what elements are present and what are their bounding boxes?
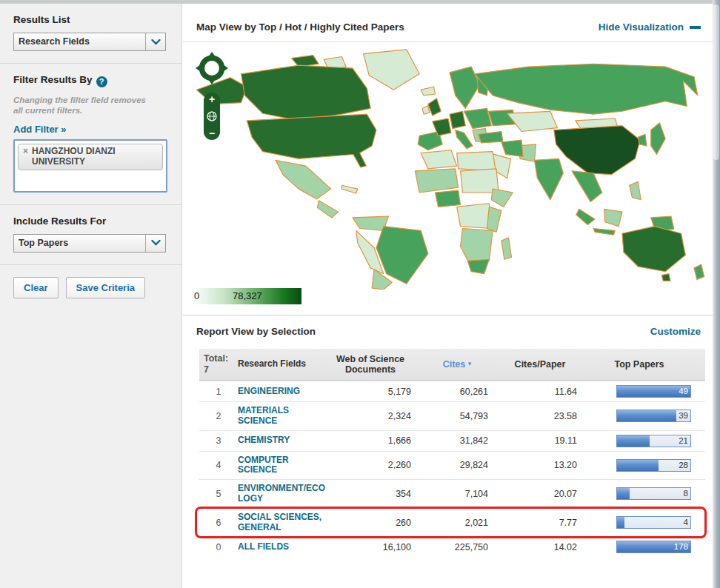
top-papers-bar: 21 bbox=[616, 435, 691, 447]
top-papers-bar-fill bbox=[617, 435, 650, 447]
include-results-select[interactable]: Top Papers bbox=[13, 234, 166, 253]
zoom-out-button[interactable]: − bbox=[209, 129, 215, 138]
legend-min-value: 0 bbox=[194, 290, 199, 301]
top-papers-value: 8 bbox=[684, 489, 688, 498]
research-field-link[interactable]: CHEMISTRY bbox=[238, 435, 290, 445]
cites-per-paper-value: 23.58 bbox=[499, 411, 587, 421]
research-field-link[interactable]: ENGINEERING bbox=[238, 386, 300, 396]
filter-note: Changing the filter field removes all cu… bbox=[13, 95, 154, 116]
row-rank: 4 bbox=[199, 460, 238, 470]
report-view-section: Report View by Selection Customize Total… bbox=[183, 315, 713, 557]
table-row: 0ALL FIELDS16,100225,75014.02178 bbox=[199, 536, 705, 557]
cites-per-paper-value: 14.02 bbox=[499, 542, 587, 552]
top-papers-bar-fill bbox=[617, 488, 630, 499]
scrollbar-thumb[interactable] bbox=[713, 4, 719, 160]
research-field-cell: MATERIALS SCIENCE bbox=[238, 406, 325, 427]
vertical-scrollbar[interactable] bbox=[713, 0, 720, 588]
map-visualization: + − 0 78,327 bbox=[183, 42, 713, 315]
cites-value: 31,842 bbox=[421, 435, 499, 446]
cites-sort-header[interactable]: Cites ▾ bbox=[421, 359, 499, 370]
hide-visualization-link[interactable]: Hide Visualization bbox=[599, 21, 701, 33]
top-papers-value: 39 bbox=[679, 411, 688, 420]
research-field-link[interactable]: MATERIALS SCIENCE bbox=[238, 405, 289, 426]
customize-link[interactable]: Customize bbox=[650, 326, 701, 337]
top-papers-bar: 28 bbox=[616, 459, 691, 472]
research-field-link[interactable]: COMPUTER SCIENCE bbox=[238, 455, 289, 475]
filter-results-label: Filter Results By bbox=[13, 74, 93, 85]
map-pan-control[interactable] bbox=[195, 51, 229, 85]
table-row: 6SOCIAL SCIENCES, GENERAL2602,0217.774 bbox=[199, 508, 705, 537]
top-papers-cell: 21 bbox=[587, 435, 696, 447]
top-papers-bar: 49 bbox=[616, 385, 691, 398]
main-panel: Map View by Top / Hot / Highly Cited Pap… bbox=[183, 4, 713, 588]
world-map[interactable] bbox=[190, 45, 709, 290]
research-field-link[interactable]: SOCIAL SCIENCES, GENERAL bbox=[238, 512, 321, 532]
active-filters-box[interactable]: × HANGZHOU DIANZI UNIVERSITY bbox=[13, 139, 167, 193]
add-filter-link[interactable]: Add Filter » bbox=[13, 124, 67, 135]
top-papers-bar-fill bbox=[617, 410, 676, 421]
top-papers-bar-fill bbox=[617, 460, 659, 471]
include-results-selected-value: Top Papers bbox=[14, 235, 145, 252]
legend-max-value: 78,327 bbox=[233, 290, 262, 301]
map-color-legend: 0 78,327 bbox=[192, 288, 301, 304]
help-icon[interactable]: ? bbox=[96, 76, 107, 87]
include-results-heading: Include Results For bbox=[13, 216, 168, 227]
research-field-cell: COMPUTER SCIENCE bbox=[238, 455, 325, 476]
table-row: 1ENGINEERING5,17960,26111.6449 bbox=[199, 381, 705, 401]
top-papers-value: 178 bbox=[674, 542, 688, 551]
report-view-title: Report View by Selection bbox=[196, 326, 316, 337]
top-papers-value: 28 bbox=[679, 461, 688, 470]
top-papers-value: 49 bbox=[679, 387, 688, 395]
cites-per-paper-value: 19.11 bbox=[499, 435, 587, 446]
row-rank: 1 bbox=[199, 387, 238, 397]
research-field-link[interactable]: ALL FIELDS bbox=[238, 541, 289, 552]
save-criteria-button[interactable]: Save Criteria bbox=[66, 277, 146, 298]
research-field-cell: CHEMISTRY bbox=[238, 435, 325, 446]
table-header-row: Total: 7 Research Fields Web of Science … bbox=[199, 349, 705, 381]
row-rank: 0 bbox=[199, 542, 238, 552]
cites-per-paper-value: 7.77 bbox=[499, 518, 587, 528]
research-field-cell: ENVIRONMENT/ECOLOGY bbox=[238, 484, 325, 504]
cites-per-paper-value: 11.64 bbox=[499, 387, 587, 397]
research-field-cell: ALL FIELDS bbox=[238, 542, 325, 552]
clear-button[interactable]: Clear bbox=[13, 277, 59, 298]
filter-results-heading: Filter Results By? bbox=[13, 74, 168, 87]
map-zoom-control[interactable]: + − bbox=[204, 93, 220, 140]
cites-per-paper-value: 13.20 bbox=[499, 460, 587, 470]
map-controls: + − bbox=[195, 51, 229, 140]
table-body: 1ENGINEERING5,17960,26111.64492MATERIALS… bbox=[199, 381, 705, 557]
total-count: 7 bbox=[204, 364, 209, 375]
top-papers-cell: 39 bbox=[587, 410, 696, 422]
top-papers-cell: 8 bbox=[587, 487, 696, 500]
report-view-header: Report View by Selection Customize bbox=[183, 315, 713, 346]
top-papers-bar: 4 bbox=[616, 516, 691, 529]
hide-visualization-label: Hide Visualization bbox=[599, 21, 684, 33]
cites-value: 7,104 bbox=[421, 489, 499, 499]
results-list-section: Results List Research Fields bbox=[0, 4, 181, 64]
remove-filter-icon[interactable]: × bbox=[23, 147, 28, 167]
row-rank: 3 bbox=[199, 435, 238, 446]
table-row: 3CHEMISTRY1,66631,84219.1121 bbox=[199, 430, 705, 451]
results-list-select[interactable]: Research Fields bbox=[13, 33, 166, 51]
filter-results-section: Filter Results By? Changing the filter f… bbox=[0, 64, 181, 205]
results-list-selected-value: Research Fields bbox=[14, 33, 145, 50]
cites-value: 225,750 bbox=[421, 542, 499, 552]
sort-arrow-icon: ▾ bbox=[468, 360, 472, 367]
wos-documents-value: 2,324 bbox=[325, 411, 421, 421]
map-view-title: Map View by Top / Hot / Highly Cited Pap… bbox=[196, 21, 404, 33]
zoom-in-button[interactable]: + bbox=[209, 95, 215, 104]
wos-documents-value: 16,100 bbox=[325, 542, 421, 552]
filter-tag[interactable]: × HANGZHOU DIANZI UNIVERSITY bbox=[18, 144, 163, 171]
research-field-cell: ENGINEERING bbox=[238, 387, 325, 397]
row-rank: 5 bbox=[199, 489, 238, 499]
cites-label: Cites bbox=[443, 359, 466, 370]
total-header: Total: 7 bbox=[199, 353, 238, 375]
wos-documents-header: Web of Science Documents bbox=[325, 354, 421, 375]
top-papers-cell: 49 bbox=[587, 385, 696, 398]
filter-tag-label: HANGZHOU DIANZI UNIVERSITY bbox=[32, 147, 158, 167]
chevron-down-icon bbox=[145, 235, 165, 252]
research-field-link[interactable]: ENVIRONMENT/ECOLOGY bbox=[238, 483, 325, 504]
criteria-buttons: Clear Save Criteria bbox=[0, 265, 181, 310]
globe-icon[interactable] bbox=[207, 111, 217, 121]
cites-per-paper-header: Cites/Paper bbox=[499, 359, 587, 370]
